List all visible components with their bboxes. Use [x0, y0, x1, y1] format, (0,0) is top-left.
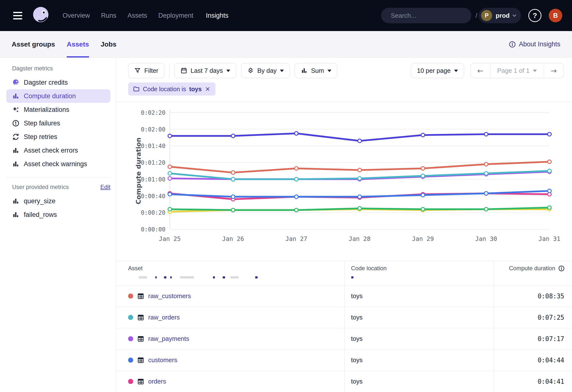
- series-color-dot: [128, 358, 133, 363]
- asset-link[interactable]: raw_customers: [148, 292, 191, 300]
- filter-button-label: Filter: [144, 67, 159, 75]
- code-location-cell: toys: [345, 371, 494, 392]
- sidebar-item-asset-check-errors[interactable]: Asset check errors: [6, 144, 110, 157]
- compute-duration-chart: 0:00:000:00:200:00:400:01:000:01:200:01:…: [116, 101, 572, 261]
- table-row: raw_payments toys 0:07:17: [116, 328, 572, 349]
- chevron-down-icon: [513, 13, 516, 17]
- sidebar-item-label: Asset check warnings: [24, 160, 87, 168]
- about-insights-label: About Insights: [519, 41, 560, 48]
- about-insights-link[interactable]: About Insights: [509, 41, 560, 48]
- per-page-button[interactable]: 10 per page: [411, 63, 464, 78]
- bar-chart-icon: [12, 211, 19, 218]
- sidebar-item-label: Step retries: [24, 133, 57, 141]
- remove-filter-icon[interactable]: [205, 86, 210, 92]
- series-color-dot: [128, 379, 133, 384]
- nav-insights-active[interactable]: Insights: [206, 12, 228, 19]
- compute-duration-cell: 0:07:17: [494, 328, 572, 349]
- table-icon: [137, 378, 144, 385]
- edit-user-metrics-link[interactable]: Edit: [100, 184, 110, 190]
- sparkles-icon: [12, 106, 19, 113]
- caret-down-icon: [226, 70, 230, 72]
- table-icon: [137, 314, 144, 321]
- column-header-code-location: Code location: [345, 261, 494, 275]
- nav-runs[interactable]: Runs: [101, 12, 116, 19]
- sidebar-item-dagster-credits[interactable]: Dagster credits: [6, 76, 110, 89]
- asset-cell: raw_orders: [116, 307, 345, 328]
- svg-text:0:01:00: 0:01:00: [141, 176, 165, 183]
- search-box[interactable]: /: [381, 8, 471, 23]
- svg-text:Jan 27: Jan 27: [286, 235, 307, 242]
- page-label: Page 1 of 1: [497, 67, 530, 75]
- page-select[interactable]: Page 1 of 1: [490, 63, 544, 78]
- next-page-button[interactable]: →: [544, 63, 564, 78]
- tab-asset-groups[interactable]: Asset groups: [12, 31, 55, 58]
- info-icon: [509, 41, 516, 48]
- code-location-cell: toys: [345, 349, 494, 371]
- tab-jobs[interactable]: Jobs: [101, 31, 116, 58]
- sidebar-item-query-size[interactable]: query_size: [6, 194, 110, 208]
- nav-assets[interactable]: Assets: [127, 12, 147, 19]
- search-input[interactable]: [391, 12, 472, 19]
- table-row: raw_customers toys 0:08:35: [116, 285, 572, 307]
- series-color-dot: [128, 315, 133, 320]
- hamburger-menu-icon[interactable]: [13, 12, 22, 19]
- filter-button[interactable]: Filter: [128, 63, 164, 78]
- sidebar-item-label: Materializations: [24, 106, 69, 113]
- asset-link[interactable]: raw_payments: [148, 335, 189, 343]
- folder-icon: [133, 86, 140, 93]
- line-chart-canvas: 0:00:000:00:200:00:400:01:000:01:200:01:…: [116, 102, 572, 260]
- svg-text:Jan 30: Jan 30: [475, 235, 497, 242]
- sidebar-item-failed-rows[interactable]: failed_rows: [6, 208, 110, 221]
- layers-icon: [247, 67, 254, 74]
- dagster-logo[interactable]: [30, 4, 52, 27]
- tab-assets[interactable]: Assets: [67, 31, 89, 58]
- compute-duration-cell: 0:08:35: [494, 285, 572, 307]
- asset-cell: raw_customers: [116, 285, 345, 307]
- info-icon[interactable]: [558, 265, 565, 272]
- table-icon: [137, 335, 144, 343]
- table-row: raw_orders toys 0:07:25: [116, 307, 572, 328]
- assets-table: Asset Code location Compute duration: [116, 261, 572, 392]
- asset-link[interactable]: customers: [148, 356, 177, 364]
- sidebar-item-step-retries[interactable]: Step retries: [6, 130, 110, 144]
- code-location-cell: toys: [345, 285, 494, 307]
- group-by-button[interactable]: By day: [241, 63, 290, 78]
- caret-down-icon: [328, 70, 331, 72]
- nav-deployment[interactable]: Deployment: [159, 12, 193, 19]
- aggregation-button[interactable]: Sum: [295, 63, 337, 78]
- series-color-dot: [128, 336, 133, 341]
- sidebar-item-compute-duration[interactable]: Compute duration: [6, 89, 110, 103]
- date-range-button[interactable]: Last 7 days: [175, 63, 236, 78]
- series-color-dot: [128, 294, 133, 298]
- code-location-cell: toys: [345, 328, 494, 349]
- asset-link[interactable]: raw_orders: [148, 314, 180, 321]
- bar-chart-icon: [301, 67, 308, 74]
- nav-overview[interactable]: Overview: [63, 12, 90, 19]
- filter-chip-prefix: Code location is: [143, 86, 186, 93]
- sidebar-item-label: Step failures: [24, 120, 60, 127]
- compute-duration-cell: 0:04:41: [494, 371, 572, 392]
- user-avatar[interactable]: B: [549, 9, 562, 22]
- calendar-icon: [180, 67, 187, 74]
- sidebar-item-asset-check-warnings[interactable]: Asset check warnings: [6, 157, 110, 171]
- column-header-asset: Asset: [116, 261, 345, 275]
- arrow-right-icon: →: [551, 66, 557, 75]
- svg-text:Jan 31: Jan 31: [539, 235, 560, 242]
- insights-tabs-row: Asset groups Assets Jobs About Insights: [0, 31, 572, 58]
- bar-chart-icon: [12, 197, 19, 205]
- prev-page-button[interactable]: ←: [471, 63, 490, 78]
- sidebar-item-materializations[interactable]: Materializations: [6, 103, 110, 116]
- pagination-cluster: 10 per page ← Page 1 of 1 →: [411, 63, 564, 78]
- deployment-switcher[interactable]: P prod: [479, 8, 521, 23]
- code-location-filter-chip[interactable]: Code location is toys: [128, 82, 215, 95]
- asset-link[interactable]: orders: [148, 378, 166, 385]
- caret-down-icon: [533, 70, 537, 72]
- top-navigation-bar: Overview Runs Assets Deployment Insights…: [0, 0, 572, 31]
- help-icon[interactable]: ?: [528, 9, 541, 22]
- sidebar-item-label: Dagster credits: [24, 79, 68, 86]
- sidebar-item-step-failures[interactable]: Step failures: [6, 116, 110, 130]
- svg-text:0:00:20: 0:00:20: [141, 209, 165, 216]
- alert-circle-icon: [12, 120, 19, 127]
- active-filters-row: Code location is toys: [116, 78, 572, 95]
- toolbar-divider: [169, 63, 170, 78]
